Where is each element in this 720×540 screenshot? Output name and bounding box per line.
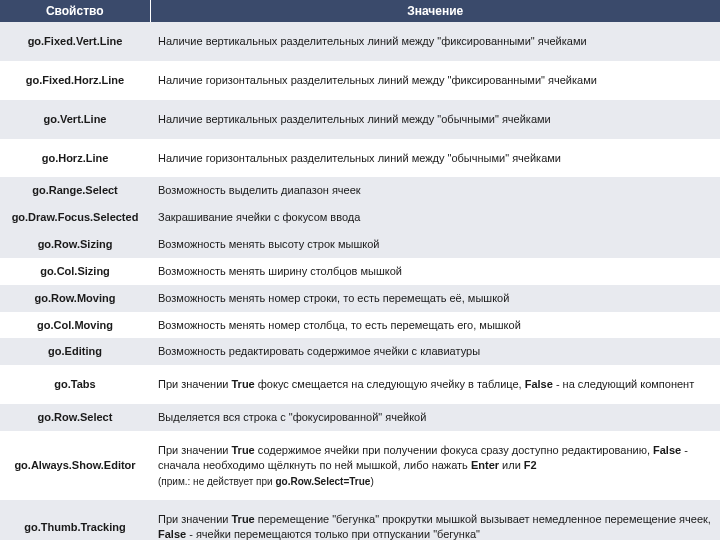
property-value-cell: Возможность менять номер строки, то есть… (150, 285, 720, 312)
header-value: Значение (150, 0, 720, 22)
property-name-cell: go.Fixed.Vert.Line (0, 22, 150, 61)
property-value-cell: Наличие вертикальных разделительных лини… (150, 100, 720, 139)
table-row: go.TabsПри значении True фокус смещается… (0, 365, 720, 404)
property-note: (прим.: не действует при go.Row.Select=T… (158, 475, 712, 489)
property-value-cell: При значении True фокус смещается на сле… (150, 365, 720, 404)
property-name-cell: go.Row.Moving (0, 285, 150, 312)
property-name-cell: go.Col.Moving (0, 312, 150, 339)
table-row: go.Vert.LineНаличие вертикальных раздели… (0, 100, 720, 139)
property-name-cell: go.Draw.Focus.Selected (0, 204, 150, 231)
property-value-cell: Возможность редактировать содержимое яче… (150, 338, 720, 365)
table-row: go.Fixed.Horz.LineНаличие горизонтальных… (0, 61, 720, 100)
property-value-cell: Возможность менять ширину столбцов мышко… (150, 258, 720, 285)
property-value-cell: Закрашивание ячейки с фокусом ввода (150, 204, 720, 231)
property-value-cell: Наличие горизонтальных разделительных ли… (150, 139, 720, 178)
property-name-cell: go.Range.Select (0, 177, 150, 204)
property-value-cell: Выделяется вся строка с "фокусированной"… (150, 404, 720, 431)
table-row: go.EditingВозможность редактировать соде… (0, 338, 720, 365)
property-name-cell: go.Col.Sizing (0, 258, 150, 285)
table-row: go.Always.Show.EditorПри значении True с… (0, 431, 720, 500)
table-row: go.Draw.Focus.SelectedЗакрашивание ячейк… (0, 204, 720, 231)
property-name-cell: go.Always.Show.Editor (0, 431, 150, 500)
table-row: go.Horz.LineНаличие горизонтальных разде… (0, 139, 720, 178)
property-value-cell: Возможность выделить диапазон ячеек (150, 177, 720, 204)
table-row: go.Range.SelectВозможность выделить диап… (0, 177, 720, 204)
property-name-cell: go.Thumb.Tracking (0, 500, 150, 540)
table-row: go.Col.MovingВозможность менять номер ст… (0, 312, 720, 339)
table-row: go.Row.SizingВозможность менять высоту с… (0, 231, 720, 258)
property-name-cell: go.Horz.Line (0, 139, 150, 178)
property-value-cell: Возможность менять высоту строк мышкой (150, 231, 720, 258)
property-value-cell: При значении True содержимое ячейки при … (150, 431, 720, 500)
property-value-cell: Наличие горизонтальных разделительных ли… (150, 61, 720, 100)
table-row: go.Col.SizingВозможность менять ширину с… (0, 258, 720, 285)
table-row: go.Fixed.Vert.LineНаличие вертикальных р… (0, 22, 720, 61)
property-value-cell: Наличие вертикальных разделительных лини… (150, 22, 720, 61)
property-name-cell: go.Fixed.Horz.Line (0, 61, 150, 100)
property-name-cell: go.Editing (0, 338, 150, 365)
table-row: go.Row.SelectВыделяется вся строка с "фо… (0, 404, 720, 431)
properties-table: Свойство Значение go.Fixed.Vert.LineНали… (0, 0, 720, 540)
table-row: go.Thumb.TrackingПри значении True перем… (0, 500, 720, 540)
property-value-cell: При значении True перемещение "бегунка" … (150, 500, 720, 540)
property-name-cell: go.Row.Sizing (0, 231, 150, 258)
property-name-cell: go.Tabs (0, 365, 150, 404)
property-value-cell: Возможность менять номер столбца, то ест… (150, 312, 720, 339)
property-name-cell: go.Row.Select (0, 404, 150, 431)
table-row: go.Row.MovingВозможность менять номер ст… (0, 285, 720, 312)
header-property: Свойство (0, 0, 150, 22)
property-name-cell: go.Vert.Line (0, 100, 150, 139)
